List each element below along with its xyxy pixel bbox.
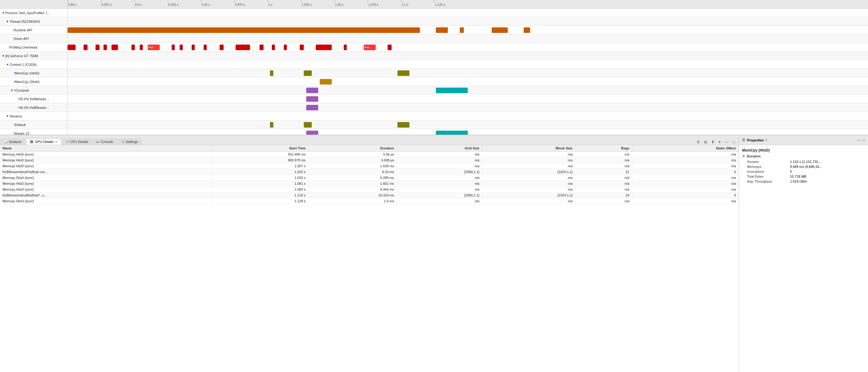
table-column-header[interactable]: Start Time (212, 145, 308, 151)
label-col-header (0, 0, 68, 8)
timeline-row[interactable]: ▾ MemCpy (DtoH) (0, 78, 868, 86)
table-row[interactable]: Memcpy HtoD [sync]551.489 ms3.36 µsn/an/… (0, 151, 739, 158)
expand-icon[interactable]: ▼ (10, 89, 13, 92)
table-row[interactable]: Memcpy DtoH [sync]1.128 s1.6 msn/an/an/a… (0, 198, 739, 204)
timeline-bar[interactable] (220, 45, 224, 50)
timeline-bar[interactable] (236, 45, 250, 50)
timeline-row[interactable]: ▼Thread 2522362816 (0, 17, 868, 26)
table-column-header[interactable]: Regs (575, 145, 632, 151)
timeline-bar[interactable] (304, 70, 312, 76)
timeline-bar[interactable] (180, 45, 183, 50)
timeline-bar[interactable] (259, 45, 264, 50)
timeline-bar[interactable] (300, 45, 304, 50)
table-row[interactable]: Memcpy HtoD [sync]993.979 ms3.008 µsn/an… (0, 158, 739, 163)
timeline-bar[interactable]: Inst... (364, 45, 376, 50)
tab-label: Console (100, 140, 113, 144)
timeline-bar[interactable] (436, 88, 468, 93)
timeline-row[interactable]: ▼Process "test_GpuProfiler" (... (0, 9, 868, 17)
timeline-bar[interactable] (84, 45, 88, 50)
timeline-bar[interactable] (284, 45, 287, 50)
timeline-row[interactable]: ▼▾ Compute (0, 86, 868, 95)
panel-tab-gpu-details[interactable]: GPU Details ✕ (26, 138, 61, 145)
timeline-row[interactable]: ▼Context 1 (CUDA) (0, 60, 868, 69)
timeline-bar[interactable] (270, 70, 273, 76)
timeline-row[interactable]: Runtime API (0, 26, 868, 34)
timeline-bar[interactable] (344, 45, 347, 50)
expand-icon[interactable]: ▼ (2, 11, 5, 15)
timeline-row[interactable]: Stream 13 (0, 129, 868, 135)
table-row[interactable]: Memcpy HtoD [sync]1.083 s6.444 msn/an/an… (0, 187, 739, 193)
prop-group-arrow[interactable]: ▼ (742, 154, 745, 158)
timeline-bar[interactable] (103, 45, 106, 50)
timeline-row[interactable]: ▾ 45.0% KeBilinearl... (0, 103, 868, 112)
timeline-bar[interactable] (172, 45, 175, 50)
timeline-bar[interactable] (204, 45, 207, 50)
filter-down-button[interactable]: ▾ (717, 139, 722, 145)
timeline-bar[interactable] (272, 45, 275, 50)
export-button[interactable]: ⬆ (710, 139, 716, 145)
table-row[interactable]: Memcpy HtoD [sync]1.007 s1.639 msn/an/an… (0, 163, 739, 169)
table-row[interactable]: KeBilinearInterpFw(float con...1.025 s8.… (0, 169, 739, 175)
filter-button[interactable]: ⇅ (695, 139, 701, 145)
timeline-bar[interactable] (68, 27, 420, 33)
prop-value: 9.689 ms (9,689,16... (790, 165, 822, 169)
expand-icon[interactable]: ▼ (2, 54, 5, 57)
timeline-row[interactable]: ▾ MemCpy (HtoD) (0, 69, 868, 78)
expand-icon[interactable]: ▼ (6, 20, 9, 23)
timeline-row[interactable]: ▼[0] GeForce GT 750M (0, 52, 868, 60)
table-column-header[interactable]: Block Size (482, 145, 575, 151)
timeline-row[interactable]: Profiling OverheadInst...Inst... (0, 43, 868, 52)
table-row[interactable]: KeBilinearInterpBw(float*, u...1.118 s10… (0, 193, 739, 198)
tick-label: 1.125 s (435, 3, 445, 6)
timeline-bar[interactable] (306, 105, 318, 110)
layout-button[interactable]: ⊞ (703, 139, 708, 145)
timeline-bar[interactable] (306, 131, 318, 135)
row-canvas (68, 112, 868, 120)
panel-tab-cpu-details[interactable]: ⚙CPU Details (62, 138, 92, 145)
timeline-bar[interactable] (95, 45, 99, 50)
ruler-tick: 0.95 s (201, 0, 210, 8)
table-column-header[interactable]: Grid Size (397, 145, 482, 151)
timeline-bar[interactable] (270, 122, 273, 127)
timeline-bar[interactable] (192, 45, 195, 50)
timeline-row[interactable]: ▼Streams (0, 112, 868, 120)
timeline-row[interactable]: ▾ Default (0, 120, 868, 129)
table-row[interactable]: Memcpy HtoD [sync]1.081 s1.601 msn/an/an… (0, 181, 739, 187)
timeline-bar[interactable] (131, 45, 134, 50)
prop-minimize-btn[interactable]: — (857, 138, 861, 142)
timeline-bar[interactable] (436, 131, 468, 135)
timeline-bar[interactable] (306, 96, 318, 102)
table-row[interactable]: Memcpy DtoH [sync]1.033 s6.289 msn/an/an… (0, 175, 739, 181)
timeline-bar[interactable] (524, 27, 530, 33)
timeline-bar[interactable] (320, 79, 332, 85)
timeline-row[interactable]: ▾ 55.0% KeBilinearl... (0, 95, 868, 103)
table-cell: 993.979 ms (212, 158, 308, 163)
timeline-bar[interactable] (436, 27, 448, 33)
table-column-header[interactable]: Static SMem (632, 145, 738, 151)
timeline-bar[interactable] (306, 88, 318, 93)
timeline-bar[interactable] (140, 45, 143, 50)
table-column-header[interactable]: Duration (308, 145, 397, 151)
minimize-button[interactable]: — (724, 139, 730, 145)
expand-icon[interactable]: ▼ (6, 115, 9, 118)
timeline-bar[interactable] (112, 45, 118, 50)
timeline-bar[interactable] (388, 45, 392, 50)
table-column-header[interactable]: Name (0, 145, 212, 151)
maximize-button[interactable]: □ (732, 139, 736, 145)
timeline-bar[interactable] (68, 45, 75, 50)
close-tab-icon[interactable]: ✕ (55, 140, 57, 144)
panel-tab-console[interactable]: ▶Console (93, 138, 117, 145)
timeline-bar[interactable] (304, 122, 312, 127)
panel-tab-settings[interactable]: ⚙Settings (118, 138, 142, 145)
row-label: ▼▾ Compute (0, 86, 68, 94)
prop-maximize-btn[interactable]: □ (863, 138, 865, 142)
timeline-bar[interactable]: Inst... (148, 45, 160, 50)
timeline-bar[interactable] (398, 70, 409, 76)
timeline-bar[interactable] (460, 27, 464, 33)
timeline-bar[interactable] (492, 27, 508, 33)
expand-icon[interactable]: ▼ (6, 63, 9, 66)
timeline-bar[interactable] (316, 45, 332, 50)
timeline-row[interactable]: Driver API (0, 34, 868, 43)
panel-tab-analysis[interactable]: 📊Analysis (0, 138, 26, 145)
timeline-bar[interactable] (398, 122, 409, 127)
